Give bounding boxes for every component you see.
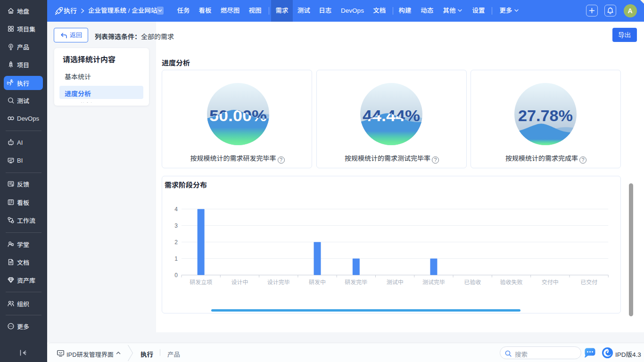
svg-text:已交付: 已交付: [580, 279, 597, 286]
svg-text:研发立项: 研发立项: [190, 279, 212, 286]
svg-text:0: 0: [174, 272, 178, 279]
svg-text:设计中: 设计中: [231, 279, 248, 286]
svg-text:27.78%: 27.78%: [518, 107, 573, 124]
svg-text:1: 1: [174, 255, 178, 262]
svg-text:验收失败: 验收失败: [500, 279, 523, 286]
svg-text:设计完毕: 设计完毕: [267, 279, 290, 286]
svg-text:2: 2: [174, 239, 178, 246]
svg-text:研发中: 研发中: [309, 279, 326, 286]
svg-text:测试中: 测试中: [387, 279, 404, 286]
svg-text:交付中: 交付中: [542, 279, 559, 286]
svg-text:测试完毕: 测试完毕: [422, 279, 445, 286]
svg-text:已验收: 已验收: [464, 279, 481, 286]
svg-text:4: 4: [174, 206, 178, 213]
svg-text:研发完毕: 研发完毕: [345, 279, 367, 286]
svg-text:3: 3: [174, 222, 178, 229]
